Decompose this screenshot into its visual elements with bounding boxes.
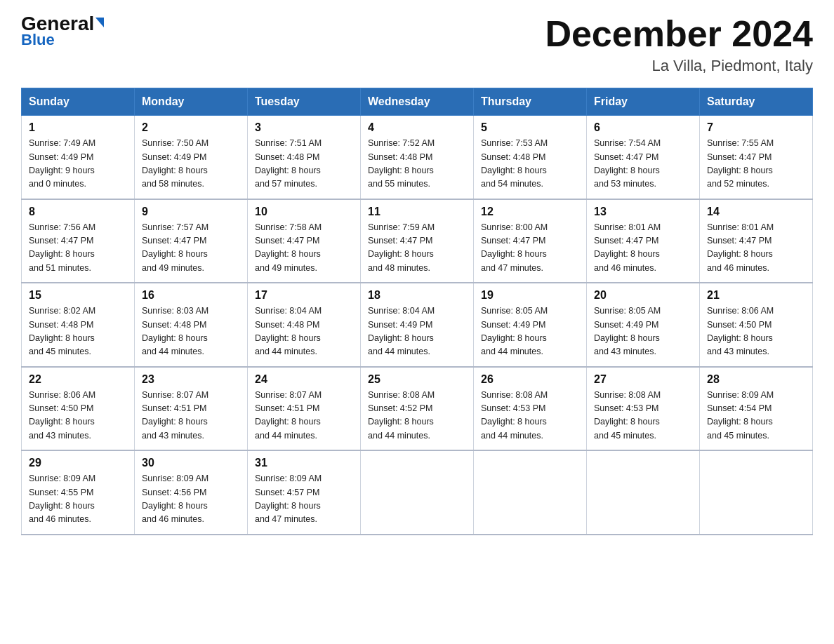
table-row: 12 Sunrise: 8:00 AM Sunset: 4:47 PM Dayl… — [474, 199, 587, 283]
day-info: Sunrise: 7:50 AM Sunset: 4:49 PM Dayligh… — [142, 137, 240, 192]
day-number: 18 — [368, 289, 466, 302]
table-row: 28 Sunrise: 8:09 AM Sunset: 4:54 PM Dayl… — [700, 367, 813, 451]
day-info: Sunrise: 8:06 AM Sunset: 4:50 PM Dayligh… — [707, 304, 805, 359]
day-number: 7 — [707, 121, 805, 134]
table-row: 5 Sunrise: 7:53 AM Sunset: 4:48 PM Dayli… — [474, 116, 587, 199]
table-row: 30 Sunrise: 8:09 AM Sunset: 4:56 PM Dayl… — [135, 450, 248, 535]
day-info: Sunrise: 7:51 AM Sunset: 4:48 PM Dayligh… — [255, 137, 353, 192]
day-number: 21 — [707, 289, 805, 302]
title-block: December 2024 La Villa, Piedmont, Italy — [545, 14, 813, 75]
calendar-header-row: Sunday Monday Tuesday Wednesday Thursday… — [22, 88, 813, 116]
calendar-week-row: 29 Sunrise: 8:09 AM Sunset: 4:55 PM Dayl… — [22, 450, 813, 535]
day-number: 30 — [142, 457, 240, 469]
table-row: 31 Sunrise: 8:09 AM Sunset: 4:57 PM Dayl… — [248, 450, 361, 535]
col-monday: Monday — [135, 88, 248, 116]
table-row: 3 Sunrise: 7:51 AM Sunset: 4:48 PM Dayli… — [248, 116, 361, 199]
table-row: 25 Sunrise: 8:08 AM Sunset: 4:52 PM Dayl… — [361, 367, 474, 451]
day-info: Sunrise: 8:08 AM Sunset: 4:52 PM Dayligh… — [368, 389, 466, 443]
day-info: Sunrise: 8:01 AM Sunset: 4:47 PM Dayligh… — [594, 221, 692, 276]
day-number: 17 — [255, 289, 353, 302]
table-row: 4 Sunrise: 7:52 AM Sunset: 4:48 PM Dayli… — [361, 116, 474, 199]
day-info: Sunrise: 8:03 AM Sunset: 4:48 PM Dayligh… — [142, 304, 240, 359]
day-number: 14 — [707, 206, 805, 218]
table-row: 20 Sunrise: 8:05 AM Sunset: 4:49 PM Dayl… — [587, 283, 700, 367]
day-number: 9 — [142, 206, 240, 218]
table-row — [700, 450, 813, 535]
day-number: 5 — [481, 121, 579, 134]
day-info: Sunrise: 8:09 AM Sunset: 4:57 PM Dayligh… — [255, 472, 353, 527]
table-row: 6 Sunrise: 7:54 AM Sunset: 4:47 PM Dayli… — [587, 116, 700, 199]
day-number: 15 — [29, 289, 127, 302]
calendar-week-row: 8 Sunrise: 7:56 AM Sunset: 4:47 PM Dayli… — [22, 199, 813, 283]
table-row: 17 Sunrise: 8:04 AM Sunset: 4:48 PM Dayl… — [248, 283, 361, 367]
day-number: 28 — [707, 373, 805, 386]
day-number: 8 — [29, 206, 127, 218]
day-number: 25 — [368, 373, 466, 386]
day-number: 22 — [29, 373, 127, 386]
day-info: Sunrise: 7:57 AM Sunset: 4:47 PM Dayligh… — [142, 221, 240, 276]
day-number: 31 — [255, 457, 353, 469]
day-info: Sunrise: 7:58 AM Sunset: 4:47 PM Dayligh… — [255, 221, 353, 276]
logo-blue: Blue — [21, 31, 55, 49]
day-number: 20 — [594, 289, 692, 302]
day-info: Sunrise: 8:09 AM Sunset: 4:55 PM Dayligh… — [29, 472, 127, 527]
day-number: 4 — [368, 121, 466, 134]
day-info: Sunrise: 8:05 AM Sunset: 4:49 PM Dayligh… — [481, 304, 579, 359]
table-row: 8 Sunrise: 7:56 AM Sunset: 4:47 PM Dayli… — [22, 199, 135, 283]
day-info: Sunrise: 7:55 AM Sunset: 4:47 PM Dayligh… — [707, 137, 805, 192]
day-info: Sunrise: 8:05 AM Sunset: 4:49 PM Dayligh… — [594, 304, 692, 359]
table-row: 27 Sunrise: 8:08 AM Sunset: 4:53 PM Dayl… — [587, 367, 700, 451]
table-row: 26 Sunrise: 8:08 AM Sunset: 4:53 PM Dayl… — [474, 367, 587, 451]
table-row: 19 Sunrise: 8:05 AM Sunset: 4:49 PM Dayl… — [474, 283, 587, 367]
day-info: Sunrise: 8:04 AM Sunset: 4:49 PM Dayligh… — [368, 304, 466, 359]
day-info: Sunrise: 7:53 AM Sunset: 4:48 PM Dayligh… — [481, 137, 579, 192]
table-row: 14 Sunrise: 8:01 AM Sunset: 4:47 PM Dayl… — [700, 199, 813, 283]
logo: General Blue — [21, 14, 104, 49]
table-row: 15 Sunrise: 8:02 AM Sunset: 4:48 PM Dayl… — [22, 283, 135, 367]
day-number: 29 — [29, 457, 127, 469]
table-row: 21 Sunrise: 8:06 AM Sunset: 4:50 PM Dayl… — [700, 283, 813, 367]
day-number: 1 — [29, 121, 127, 134]
col-saturday: Saturday — [700, 88, 813, 116]
day-number: 10 — [255, 206, 353, 218]
col-tuesday: Tuesday — [248, 88, 361, 116]
table-row: 7 Sunrise: 7:55 AM Sunset: 4:47 PM Dayli… — [700, 116, 813, 199]
day-number: 24 — [255, 373, 353, 386]
table-row: 11 Sunrise: 7:59 AM Sunset: 4:47 PM Dayl… — [361, 199, 474, 283]
col-wednesday: Wednesday — [361, 88, 474, 116]
day-info: Sunrise: 8:07 AM Sunset: 4:51 PM Dayligh… — [255, 389, 353, 443]
day-info: Sunrise: 8:06 AM Sunset: 4:50 PM Dayligh… — [29, 389, 127, 443]
day-info: Sunrise: 8:09 AM Sunset: 4:56 PM Dayligh… — [142, 472, 240, 527]
day-number: 6 — [594, 121, 692, 134]
day-info: Sunrise: 8:02 AM Sunset: 4:48 PM Dayligh… — [29, 304, 127, 359]
main-title: December 2024 — [545, 14, 813, 54]
day-number: 12 — [481, 206, 579, 218]
table-row: 24 Sunrise: 8:07 AM Sunset: 4:51 PM Dayl… — [248, 367, 361, 451]
day-number: 3 — [255, 121, 353, 134]
day-info: Sunrise: 7:59 AM Sunset: 4:47 PM Dayligh… — [368, 221, 466, 276]
day-number: 19 — [481, 289, 579, 302]
subtitle: La Villa, Piedmont, Italy — [545, 57, 813, 75]
col-sunday: Sunday — [22, 88, 135, 116]
table-row: 10 Sunrise: 7:58 AM Sunset: 4:47 PM Dayl… — [248, 199, 361, 283]
day-number: 27 — [594, 373, 692, 386]
day-info: Sunrise: 8:08 AM Sunset: 4:53 PM Dayligh… — [594, 389, 692, 443]
table-row — [474, 450, 587, 535]
table-row: 16 Sunrise: 8:03 AM Sunset: 4:48 PM Dayl… — [135, 283, 248, 367]
day-info: Sunrise: 8:01 AM Sunset: 4:47 PM Dayligh… — [707, 221, 805, 276]
table-row: 18 Sunrise: 8:04 AM Sunset: 4:49 PM Dayl… — [361, 283, 474, 367]
day-info: Sunrise: 8:09 AM Sunset: 4:54 PM Dayligh… — [707, 389, 805, 443]
day-number: 23 — [142, 373, 240, 386]
day-info: Sunrise: 8:04 AM Sunset: 4:48 PM Dayligh… — [255, 304, 353, 359]
calendar-week-row: 1 Sunrise: 7:49 AM Sunset: 4:49 PM Dayli… — [22, 116, 813, 199]
day-info: Sunrise: 8:08 AM Sunset: 4:53 PM Dayligh… — [481, 389, 579, 443]
day-info: Sunrise: 8:07 AM Sunset: 4:51 PM Dayligh… — [142, 389, 240, 443]
calendar-week-row: 15 Sunrise: 8:02 AM Sunset: 4:48 PM Dayl… — [22, 283, 813, 367]
day-info: Sunrise: 7:52 AM Sunset: 4:48 PM Dayligh… — [368, 137, 466, 192]
day-number: 16 — [142, 289, 240, 302]
table-row: 2 Sunrise: 7:50 AM Sunset: 4:49 PM Dayli… — [135, 116, 248, 199]
day-number: 2 — [142, 121, 240, 134]
table-row — [361, 450, 474, 535]
day-info: Sunrise: 8:00 AM Sunset: 4:47 PM Dayligh… — [481, 221, 579, 276]
table-row — [587, 450, 700, 535]
